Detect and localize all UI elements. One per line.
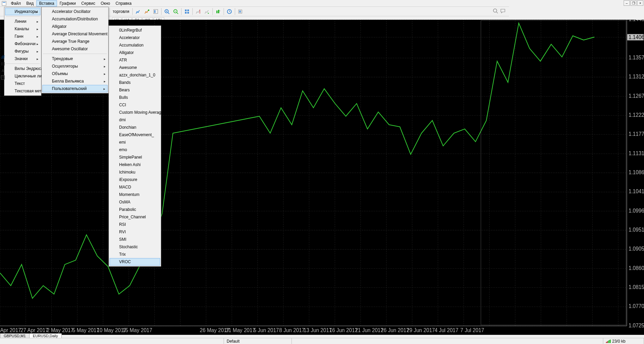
dd3-item-simplepanel[interactable]: SimplePanel	[110, 153, 160, 161]
dd3-item-cci[interactable]: CCI	[110, 101, 160, 109]
dd3-item-rsi[interactable]: RSI	[110, 221, 160, 228]
menu-file[interactable]: Файл	[8, 0, 24, 6]
dd1-item-5[interactable]: Фигуры	[5, 48, 40, 55]
tile-windows-icon[interactable]	[183, 8, 191, 15]
dd2-sep	[43, 54, 107, 54]
dd1-item-6[interactable]: Значки	[5, 55, 40, 62]
search-icon[interactable]	[493, 8, 498, 15]
dd1-item-2[interactable]: Каналы	[5, 25, 40, 33]
insert-menu-dropdown: ИндикаторыЛинииКаналыГаннФибоначчиФигуры…	[4, 7, 41, 96]
dd3-item-rvi[interactable]: RVI	[110, 228, 160, 236]
dd1-extra-3[interactable]: Текстовая метка	[5, 87, 40, 95]
cycle-lines-icon[interactable]	[0, 61, 6, 67]
dd2-item-accumulation-distribution[interactable]: Accumulation/Distribution	[42, 15, 108, 23]
dd3-item-atr[interactable]: ATR	[110, 56, 160, 64]
zoom-in-icon[interactable]	[163, 8, 171, 15]
dd2-item--[interactable]: Осцилляторы	[42, 62, 108, 70]
dd3-item-momentum[interactable]: Momentum	[110, 191, 160, 198]
dd3-item-accumulation[interactable]: Accumulation	[110, 41, 160, 49]
dd3-item-easeofmovement_[interactable]: EaseOfMovement_	[110, 131, 160, 139]
dd3-item-iexposure[interactable]: iExposure	[110, 176, 160, 183]
menu-charts[interactable]: Графики	[57, 0, 79, 6]
dd1-item-0[interactable]: Индикаторы	[5, 8, 40, 15]
toolbar-separator	[235, 8, 235, 15]
menu-view[interactable]: Вид	[24, 0, 37, 6]
dd1-sep	[6, 64, 40, 64]
indicator-list-icon[interactable]	[134, 8, 142, 15]
svg-rect-25	[240, 11, 241, 13]
zoom-out-icon[interactable]	[172, 8, 180, 15]
dd3-item-donchian[interactable]: Donchian	[110, 124, 160, 131]
indicator-add-icon[interactable]	[143, 8, 151, 15]
dd3-item-trix[interactable]: Trix	[110, 251, 160, 258]
dd3-item-dmi[interactable]: dmi	[110, 116, 160, 124]
dd2-item--[interactable]: Билла Вильямса	[42, 77, 108, 85]
dd1-sep	[6, 16, 40, 17]
dd2-item-alligator[interactable]: Alligator	[42, 23, 108, 30]
dd3-item-emi[interactable]: emi	[110, 139, 160, 146]
dd1-item-4[interactable]: Фибоначчи	[5, 40, 40, 48]
menu-insert[interactable]: Вставка	[36, 0, 57, 6]
dd3-item-macd[interactable]: MACD	[110, 183, 160, 191]
toolbar-separator	[212, 8, 213, 15]
text-tool-icon[interactable]: A	[0, 68, 6, 73]
template-dropdown-icon[interactable]	[236, 8, 245, 15]
dd3-item-price_channel[interactable]: Price_Channel	[110, 213, 160, 221]
dd1-extra-0[interactable]: Вилы Эндрюса	[5, 65, 40, 72]
svg-rect-1	[3, 2, 5, 3]
dd3-item-emo[interactable]: emo	[110, 146, 160, 153]
dd2-item-accelerator-oscillator[interactable]: Accelerator Oscillator	[42, 8, 108, 15]
dd1-item-3[interactable]: Ганн	[5, 33, 40, 40]
menu-help[interactable]: Справка	[113, 0, 134, 6]
dd3-item-vroc[interactable]: VROC	[110, 258, 160, 266]
dd2-item--[interactable]: Объемы	[42, 70, 108, 77]
dd3-item-alligator[interactable]: Alligator	[110, 49, 160, 56]
dd3-item-awesome[interactable]: Awesome	[110, 64, 160, 71]
dd2-item-average-true-range[interactable]: Average True Range	[42, 38, 108, 45]
indicators-submenu: Accelerator OscillatorAccumulation/Distr…	[41, 7, 109, 93]
menu-window[interactable]: Окно	[98, 0, 113, 6]
mql-community-icon[interactable]	[500, 8, 506, 15]
dd3-item-heiken-ashi[interactable]: Heiken Ashi	[110, 161, 160, 168]
dd2-item-average-directional-movement-index[interactable]: Average Directional Movement Index	[42, 30, 108, 38]
dd3-item-0linregrbuf[interactable]: 0LinRegrBuf	[110, 26, 160, 34]
toolbar-separator	[192, 8, 193, 15]
svg-rect-0	[2, 1, 6, 5]
dd2-item-awesome-oscillator[interactable]: Awesome Oscillator	[42, 45, 108, 53]
andrews-pitchfork-icon[interactable]	[0, 54, 6, 60]
dd3-item-custom-moving-averages[interactable]: Custom Moving Averages	[110, 109, 160, 116]
svg-line-6	[168, 13, 169, 14]
dd1-extra-1[interactable]: Цикличные линии	[5, 72, 40, 80]
dd1-item-1[interactable]: Линии	[5, 18, 40, 25]
svg-rect-12	[185, 10, 187, 11]
chart-autoscroll-icon[interactable]	[203, 8, 211, 15]
dd3-item-osma[interactable]: OsMA	[110, 198, 160, 206]
templates-icon[interactable]	[152, 8, 160, 15]
dd3-item-bears[interactable]: Bears	[110, 86, 160, 94]
chart-shift-icon[interactable]	[194, 8, 202, 15]
dd2-item--[interactable]: Трендовые	[42, 55, 108, 62]
dd3-item-azzx_donchian_1_0[interactable]: azzx_donchian_1_0	[110, 71, 160, 79]
dd3-item-ichimoku[interactable]: Ichimoku	[110, 168, 160, 176]
svg-line-10	[177, 13, 178, 14]
dd3-item-accelerator[interactable]: Accelerator	[110, 34, 160, 41]
svg-line-27	[496, 12, 498, 13]
dd3-item-stochastic[interactable]: Stochastic	[110, 243, 160, 251]
svg-rect-14	[185, 12, 187, 14]
period-icon[interactable]	[225, 8, 233, 15]
toolbar-label-autotrade[interactable]: торговля	[111, 9, 131, 14]
dd2-item--[interactable]: Пользовательский	[42, 85, 108, 92]
text-label-icon[interactable]: T	[0, 75, 6, 80]
menubar: Файл Вид Вставка Графики Сервис Окно Спр…	[0, 0, 509, 7]
chart-type-icon[interactable]	[214, 8, 222, 15]
dd3-item-bulls[interactable]: Bulls	[110, 94, 160, 101]
dd3-item-bands[interactable]: Bands	[110, 79, 160, 86]
dd3-item-parabolic[interactable]: Parabolic	[110, 206, 160, 213]
svg-rect-3	[154, 10, 158, 14]
app-icon	[1, 1, 7, 6]
svg-rect-15	[187, 12, 189, 14]
left-sidebar: A T	[0, 54, 6, 80]
dd3-item-smi[interactable]: SMI	[110, 236, 160, 243]
dd1-extra-2[interactable]: Текст	[5, 80, 40, 87]
menu-service[interactable]: Сервис	[79, 0, 98, 6]
